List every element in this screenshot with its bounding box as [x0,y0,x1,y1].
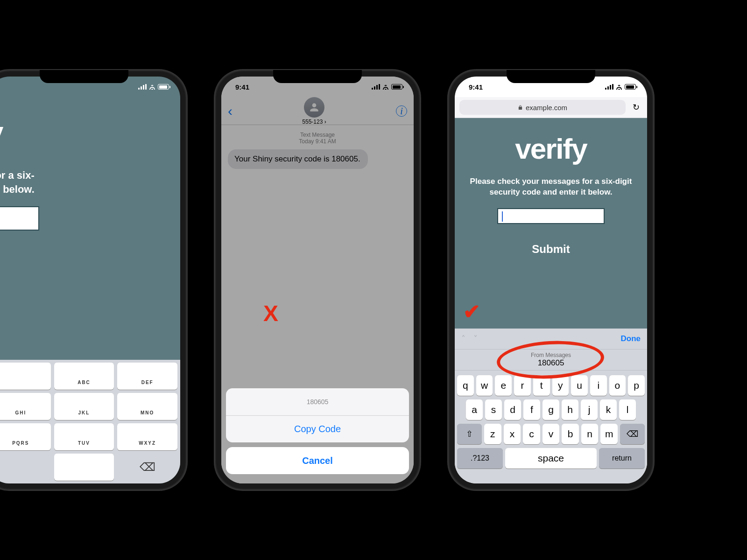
wifi-icon [148,84,156,90]
suggestion-label: From Messages [531,352,571,358]
wifi-icon [615,84,623,90]
cancel-button[interactable]: Cancel [226,447,409,474]
avatar-icon [304,97,324,118]
phone-middle: 9:41 ‹ 555-123 › i Text [215,70,420,490]
key-k[interactable]: k [600,399,617,420]
number-keypad: 12ABC3DEF4GHI5JKL6MNO7PQRS8TUV9WXYZ0⌫ [0,360,180,483]
keypad-5[interactable]: 5JKL [54,393,114,420]
signal-icon [605,84,613,90]
space-key[interactable]: space [505,448,597,469]
contact-name: 555-123 [302,119,323,125]
key-u[interactable]: u [571,375,588,396]
wifi-icon [382,84,389,90]
keypad-4[interactable]: 4GHI [0,393,51,420]
numbers-key[interactable]: .?123 [457,448,503,469]
key-r[interactable]: r [514,375,531,396]
autofill-suggestion[interactable]: From Messages 180605 [455,349,647,371]
sheet-title: 180605 [226,388,409,415]
annotation-x-icon: X [263,301,278,326]
status-time: 9:41 [235,83,249,91]
keypad-6[interactable]: 6MNO [117,393,177,420]
contact-header[interactable]: 555-123 › [302,97,326,125]
key-p[interactable]: p [628,375,645,396]
page-title: erify [0,111,3,157]
backspace-key[interactable]: ⌫ [620,424,645,444]
signal-icon [138,84,147,90]
keypad-2[interactable]: 2ABC [54,363,114,390]
key-e[interactable]: e [495,375,512,396]
message-bubble[interactable]: Your Shiny security code is 180605. [228,149,368,169]
key-y[interactable]: y [552,375,569,396]
keypad-7[interactable]: 7PQRS [0,423,51,450]
submit-button[interactable]: Submit [532,243,570,256]
key-j[interactable]: j [581,399,598,420]
key-s[interactable]: s [485,399,502,420]
battery-icon [391,84,402,90]
key-z[interactable]: z [484,424,501,444]
key-a[interactable]: a [466,399,483,420]
code-input[interactable] [497,208,605,224]
keypad-0[interactable]: 0 [54,454,114,481]
key-x[interactable]: x [504,424,521,444]
action-sheet: 180605 Copy Code Cancel [226,388,409,474]
key-i[interactable]: i [590,375,607,396]
key-q[interactable]: q [457,375,474,396]
shift-key[interactable]: ⇧ [457,424,482,444]
key-b[interactable]: b [562,424,579,444]
backspace-key[interactable]: ⌫ [117,454,177,481]
keypad-8[interactable]: 8TUV [54,423,114,450]
page-title: verify [515,132,586,165]
key-m[interactable]: m [600,424,618,444]
battery-icon [158,84,169,90]
battery-icon [625,84,636,90]
keypad-9[interactable]: 9WXYZ [117,423,177,450]
key-w[interactable]: w [476,375,493,396]
url-field[interactable]: example.com [459,100,626,115]
key-v[interactable]: v [543,424,560,444]
signal-icon [372,84,380,90]
qwerty-keyboard: ˄ ˅ Done From Messages 180605 qwertyuiop… [455,329,647,483]
back-button[interactable]: ‹ [228,103,233,119]
key-o[interactable]: o [609,375,626,396]
copy-code-button[interactable]: Copy Code [226,415,409,442]
keypad-3[interactable]: 3DEF [117,363,177,390]
keypad-1[interactable]: 1 [0,363,51,390]
return-key[interactable]: return [599,448,645,469]
reload-button[interactable]: ↻ [629,102,642,112]
lock-icon [518,105,523,111]
key-l[interactable]: l [619,399,636,420]
timestamp: Text MessageToday 9:41 AM [228,132,407,145]
status-time: 9:41 [469,83,483,91]
key-h[interactable]: h [562,399,578,420]
phone-left: erify our messages for a six- code and e… [0,70,187,490]
key-d[interactable]: d [504,399,521,420]
instruction-text: our messages for a six- code and enter i… [0,168,35,196]
key-n[interactable]: n [581,424,599,444]
nav-bar: ‹ 555-123 › i [221,97,414,125]
url-text: example.com [526,104,567,112]
suggestion-code: 180605 [538,358,564,368]
key-t[interactable]: t [533,375,550,396]
instruction-text: Please check your messages for a six-dig… [468,176,634,198]
code-input[interactable] [0,206,39,231]
key-c[interactable]: c [523,424,540,444]
annotation-check-icon: ✔ [463,300,480,323]
phone-right: 9:41 example.com ↻ verify Please check y… [448,70,654,490]
form-nav-arrows[interactable]: ˄ ˅ [461,334,480,344]
done-button[interactable]: Done [621,334,641,343]
key-f[interactable]: f [523,399,540,420]
address-bar: example.com ↻ [455,97,647,118]
info-button[interactable]: i [396,105,407,117]
key-g[interactable]: g [543,399,559,420]
